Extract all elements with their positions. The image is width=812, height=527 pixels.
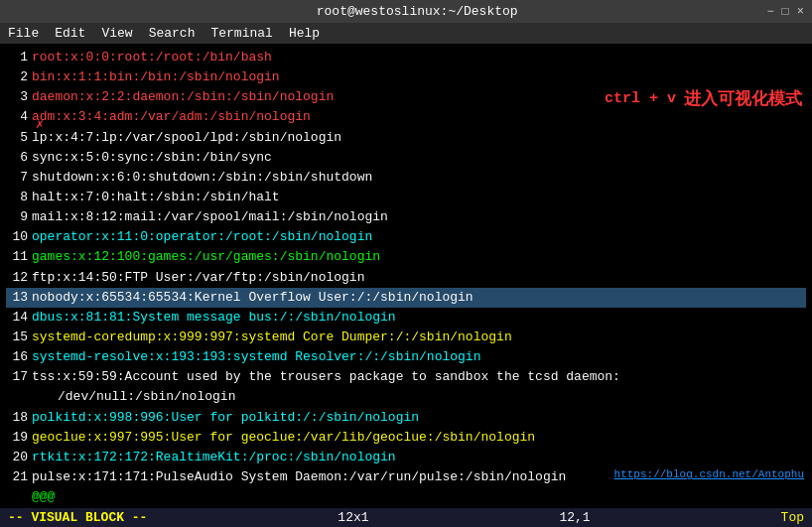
- line-text: halt:x:7:0:halt:/sbin:/sbin/halt: [32, 190, 280, 204]
- maximize-button[interactable]: □: [782, 5, 789, 19]
- terminal-body: 1root:x:0:0:root:/root:/bin/bash2bin:x:1…: [0, 44, 812, 508]
- terminal-line: 15systemd-coredump:x:999:997:systemd Cor…: [6, 328, 806, 347]
- line-text: daemon:x:2:2:daemon:/sbin:/sbin/nologin: [32, 89, 334, 104]
- line-number: 19: [6, 428, 28, 448]
- terminal-line: 19geoclue:x:997:995:User for geoclue:/va…: [6, 428, 806, 448]
- line-content: mail:x:8:12:mail:/var/spool/mail:/sbin/n…: [32, 207, 806, 227]
- line-text: shutdown:x:6:0:shutdown:/sbin:/sbin/shut…: [32, 170, 372, 185]
- line-text: polkitd:x:998:996:User for polkitd:/:/sb…: [32, 410, 419, 425]
- line-number: 7: [6, 168, 28, 188]
- menu-help[interactable]: Help: [289, 26, 320, 41]
- line-number: 15: [6, 328, 28, 347]
- line-number: 2: [6, 67, 28, 87]
- terminal-line: 20rtkit:x:172:172:RealtimeKit:/proc:/sbi…: [6, 448, 806, 467]
- line-number: 14: [6, 308, 28, 328]
- prompt-indicator: [6, 487, 28, 507]
- menu-file[interactable]: File: [8, 26, 39, 41]
- line-text: nobody:x:65534:65534:Kernel Overflow Use…: [32, 290, 474, 305]
- line-number: 12: [6, 268, 28, 288]
- line-text: systemd-resolve:x:193:193:systemd Resolv…: [32, 349, 480, 364]
- line-text: games:x:12:100:games:/usr/games:/sbin/no…: [32, 249, 380, 264]
- line-text: dbus:x:81:81:System message bus:/:/sbin/…: [32, 310, 396, 325]
- menu-terminal[interactable]: Terminal: [210, 26, 272, 41]
- window-title: root@westoslinux:~/Desktop: [68, 4, 766, 19]
- terminal-line: 11games:x:12:100:games:/usr/games:/sbin/…: [6, 247, 806, 267]
- line-number: 10: [6, 227, 28, 247]
- line-content: polkitd:x:998:996:User for polkitd:/:/sb…: [32, 408, 806, 428]
- status-scroll: Top: [781, 510, 804, 525]
- menu-search[interactable]: Search: [149, 26, 196, 41]
- terminal-line: 14dbus:x:81:81:System message bus:/:/sbi…: [6, 308, 806, 328]
- line-text: rtkit:x:172:172:RealtimeKit:/proc:/sbin/…: [32, 450, 396, 464]
- line-number: 4: [6, 107, 28, 127]
- terminal-line: 18polkitd:x:998:996:User for polkitd:/:/…: [6, 408, 806, 428]
- line-content: operator:x:11:0:operator:/root:/sbin/nol…: [32, 227, 806, 247]
- window-controls[interactable]: − □ ×: [766, 5, 804, 19]
- line-number: 13: [6, 288, 28, 308]
- line-content: systemd-resolve:x:193:193:systemd Resolv…: [32, 347, 806, 367]
- line-number: 17: [6, 367, 28, 407]
- line-number: 20: [6, 448, 28, 467]
- line-text: geoclue:x:997:995:User for geoclue:/var/…: [32, 430, 535, 445]
- menu-view[interactable]: View: [101, 26, 132, 41]
- line-text: pulse:x:171:171:PulseAudio System Daemon…: [32, 469, 566, 484]
- line-content: rtkit:x:172:172:RealtimeKit:/proc:/sbin/…: [32, 448, 806, 467]
- line-text: lp:x:4:7:lp:/var/spool/lpd:/sbin/nologin: [32, 130, 341, 145]
- line-text: operator:x:11:0:operator:/root:/sbin/nol…: [32, 229, 372, 244]
- line-wrap: /dev/null:/sbin/nologin: [32, 387, 806, 407]
- terminal-line: 10operator:x:11:0:operator:/root:/sbin/n…: [6, 227, 806, 247]
- line-text: root:x:0:0:root:/root:/bin/bash: [32, 50, 272, 65]
- menu-bar: File Edit View Search Terminal Help: [0, 23, 812, 44]
- terminal-line: 7shutdown:x:6:0:shutdown:/sbin:/sbin/shu…: [6, 168, 806, 188]
- line-number: 21: [6, 467, 28, 487]
- terminal-line: 8halt:x:7:0:halt:/sbin:/sbin/halt: [6, 188, 806, 207]
- line-content: bin:x:1:1:bin:/bin:/sbin/nologin: [32, 67, 806, 87]
- line-content: root:x:0:0:root:/root:/bin/bash: [32, 48, 806, 67]
- terminal-line: 9mail:x:8:12:mail:/var/spool/mail:/sbin/…: [6, 207, 806, 227]
- line-text: adm:x:3:4:adm:/var/adm:/sbin/nologin: [32, 109, 311, 124]
- terminal-line: 12ftp:x:14:50:FTP User:/var/ftp:/sbin/no…: [6, 268, 806, 288]
- status-middle: 12x1: [338, 510, 368, 525]
- line-text: tss:x:59:59:Account used by the trousers…: [32, 369, 620, 384]
- line-content: shutdown:x:6:0:shutdown:/sbin:/sbin/shut…: [32, 168, 806, 188]
- line-content: geoclue:x:997:995:User for geoclue:/var/…: [32, 428, 806, 448]
- title-bar: root@westoslinux:~/Desktop − □ ×: [0, 0, 812, 23]
- prompt-text: @@@: [32, 487, 55, 507]
- minimize-button[interactable]: −: [766, 5, 773, 19]
- line-content: tss:x:59:59:Account used by the trousers…: [32, 367, 806, 407]
- line-text: sync:x:5:0:sync:/sbin:/bin/sync: [32, 150, 272, 165]
- line-number: 9: [6, 207, 28, 227]
- line-content: nobody:x:65534:65534:Kernel Overflow Use…: [32, 288, 806, 308]
- line-number: 16: [6, 347, 28, 367]
- menu-edit[interactable]: Edit: [55, 26, 85, 41]
- line-content: systemd-coredump:x:999:997:systemd Core …: [32, 328, 806, 347]
- close-button[interactable]: ×: [797, 5, 804, 19]
- line-number: 8: [6, 188, 28, 207]
- line-number: 6: [6, 148, 28, 168]
- terminal-line: 4adm:x:3:4:adm:/var/adm:/sbin/nologin: [6, 107, 806, 127]
- terminal-line: 2bin:x:1:1:bin:/bin:/sbin/nologin: [6, 67, 806, 87]
- terminal-line: 17tss:x:59:59:Account used by the trouse…: [6, 367, 806, 407]
- terminal-line: 6sync:x:5:0:sync:/sbin:/bin/sync: [6, 148, 806, 168]
- line-content: dbus:x:81:81:System message bus:/:/sbin/…: [32, 308, 806, 328]
- status-position: 12,1: [559, 510, 590, 525]
- line-number: 11: [6, 247, 28, 267]
- terminal-line: 3daemon:x:2:2:daemon:/sbin:/sbin/nologin: [6, 87, 806, 107]
- line-text: ftp:x:14:50:FTP User:/var/ftp:/sbin/nolo…: [32, 270, 364, 285]
- line-content: halt:x:7:0:halt:/sbin:/sbin/halt: [32, 188, 806, 207]
- line-content: sync:x:5:0:sync:/sbin:/bin/sync: [32, 148, 806, 168]
- line-number: 5: [6, 128, 28, 148]
- line-number: 1: [6, 48, 28, 67]
- line-content: ftp:x:14:50:FTP User:/var/ftp:/sbin/nolo…: [32, 268, 806, 288]
- terminal-line: 1root:x:0:0:root:/root:/bin/bash: [6, 48, 806, 67]
- watermark: https://blog.csdn.net/Antophu: [614, 468, 804, 480]
- terminal-line: 13nobody:x:65534:65534:Kernel Overflow U…: [6, 288, 806, 308]
- terminal-line: 5lp:x:4:7:lp:/var/spool/lpd:/sbin/nologi…: [6, 128, 806, 148]
- line-content: adm:x:3:4:adm:/var/adm:/sbin/nologin: [32, 107, 806, 127]
- line-number: 18: [6, 408, 28, 428]
- line-content: games:x:12:100:games:/usr/games:/sbin/no…: [32, 247, 806, 267]
- line-content: daemon:x:2:2:daemon:/sbin:/sbin/nologin: [32, 87, 806, 107]
- prompt-line: @@@: [6, 487, 806, 507]
- vim-mode: -- VISUAL BLOCK --: [8, 510, 147, 525]
- line-text: bin:x:1:1:bin:/bin:/sbin/nologin: [32, 69, 280, 84]
